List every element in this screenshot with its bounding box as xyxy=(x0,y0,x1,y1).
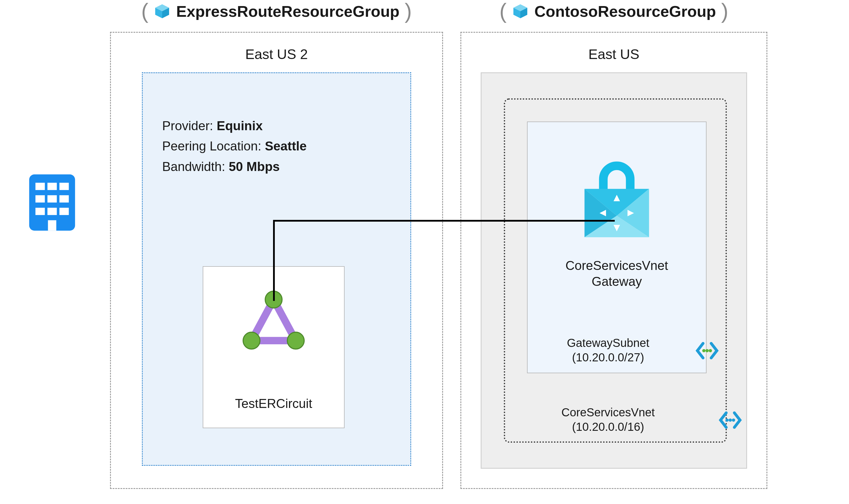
svg-rect-5 xyxy=(48,195,57,202)
svg-rect-10 xyxy=(48,220,56,231)
vnet-gateway-icon xyxy=(579,159,654,240)
vnet-label: CoreServicesVnet (10.20.0.0/16) xyxy=(527,405,689,434)
svg-point-16 xyxy=(287,332,304,349)
onprem-building-icon xyxy=(26,171,78,234)
svg-rect-8 xyxy=(48,208,57,215)
expressroute-circuit-icon xyxy=(242,292,306,350)
connection-line-horizontal xyxy=(273,220,615,222)
right-region-label: East US xyxy=(461,46,767,62)
svg-point-28 xyxy=(702,349,705,352)
gateway-subnet-label: GatewaySubnet (10.20.0.0/27) xyxy=(527,336,689,364)
left-region-label: East US 2 xyxy=(110,46,443,62)
svg-point-33 xyxy=(732,418,735,421)
svg-point-15 xyxy=(243,332,260,349)
resource-group-icon xyxy=(154,3,171,20)
left-rg-title: ExpressRouteResourceGroup xyxy=(176,2,399,20)
right-rg-title: ContosoResourceGroup xyxy=(534,2,716,20)
bandwidth-value: 50 Mbps xyxy=(229,159,280,174)
gateway-name: CoreServicesVnet Gateway xyxy=(527,257,707,289)
bandwidth-key: Bandwidth: xyxy=(162,159,229,174)
svg-point-30 xyxy=(709,349,712,352)
gateway-name-line1: CoreServicesVnet xyxy=(566,258,668,272)
subnet-name: GatewaySubnet xyxy=(567,337,649,349)
vnet-name: CoreServicesVnet xyxy=(561,406,655,419)
circuit-properties: Provider: Equinix Peering Location: Seat… xyxy=(162,116,307,177)
svg-rect-6 xyxy=(59,195,69,202)
subnet-icon xyxy=(695,339,719,363)
vnet-cidr: (10.20.0.0/16) xyxy=(572,420,644,433)
resource-group-icon xyxy=(512,3,529,20)
subnet-cidr: (10.20.0.0/27) xyxy=(572,351,644,364)
svg-rect-7 xyxy=(35,208,45,215)
svg-point-32 xyxy=(729,418,732,421)
svg-rect-4 xyxy=(35,195,45,202)
svg-rect-3 xyxy=(59,183,69,190)
svg-rect-1 xyxy=(35,183,45,190)
svg-rect-9 xyxy=(59,208,69,215)
left-rg-header: ( ExpressRouteResourceGroup ) xyxy=(110,2,443,20)
svg-point-29 xyxy=(705,349,709,352)
svg-rect-2 xyxy=(48,183,57,190)
vnet-icon xyxy=(718,408,742,432)
expressroute-circuit-name: TestERCircuit xyxy=(203,396,345,411)
peering-value: Seattle xyxy=(265,139,307,153)
connection-line-vertical xyxy=(273,220,275,301)
right-rg-header: ( ContosoResourceGroup ) xyxy=(461,2,767,20)
gateway-name-line2: Gateway xyxy=(592,274,642,288)
peering-key: Peering Location: xyxy=(162,139,265,153)
svg-point-31 xyxy=(725,418,729,421)
provider-key: Provider: xyxy=(162,119,216,133)
provider-value: Equinix xyxy=(216,119,263,133)
